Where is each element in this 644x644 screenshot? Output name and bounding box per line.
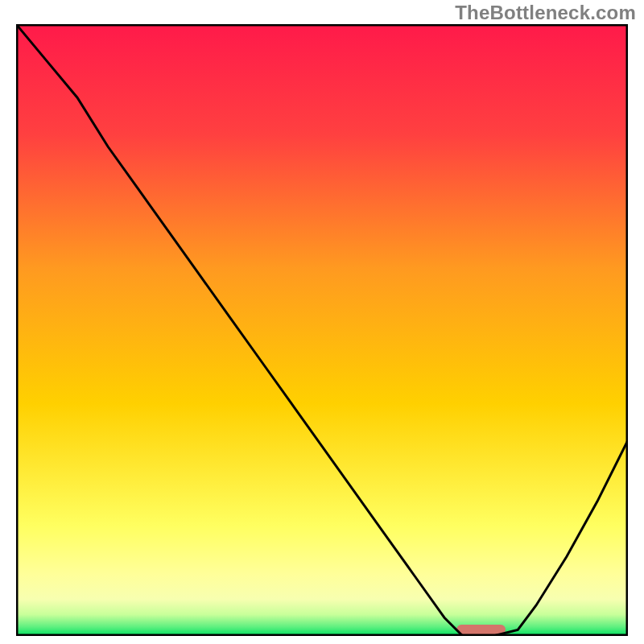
chart-frame: TheBottleneck.com [0,0,644,644]
annotations-group [456,625,506,634]
watermark-text: TheBottleneck.com [455,2,636,24]
optimal-marker [456,625,506,634]
plot-area [16,24,628,636]
chart-svg [16,24,628,636]
gradient-background [16,24,628,636]
